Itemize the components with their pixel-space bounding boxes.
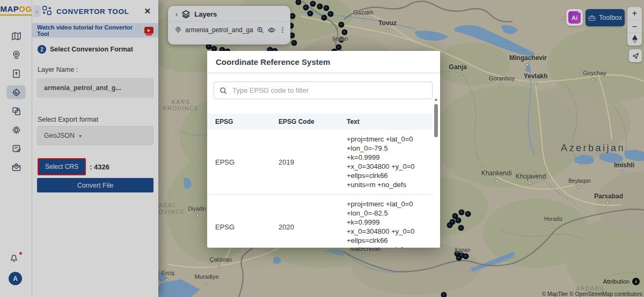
cell-epsg-code: 2019 [279,135,347,189]
epsg-search-input[interactable]: Type EPSG code to filter [214,81,433,99]
crs-modal: Coordinate Reference System Type EPSG co… [207,51,440,248]
scroll-up-arrow-icon[interactable]: ▲ [434,97,438,102]
search-icon [219,87,227,94]
modal-title: Coordinate Reference System [207,51,440,73]
crs-table: EPSG EPSG Code Text EPSG2019+proj=tmerc … [207,114,433,248]
mapog-app: GazakhTovuzIjevanMingachevirGanjaGoranbo… [0,0,644,297]
column-header-epsg: EPSG [207,118,279,125]
cell-epsg: EPSG [207,199,279,248]
modal-scrollbar[interactable]: ▲ ▼ [434,97,438,248]
column-header-text: Text [347,118,433,125]
cell-epsg-code: 2020 [279,199,347,248]
cell-proj-text: +proj=tmerc +lat_0=0 +lon_0=-82.5 +k=0.9… [347,199,433,248]
cell-proj-text: +proj=tmerc +lat_0=0 +lon_0=-79.5 +k=0.9… [347,135,433,189]
crs-table-row[interactable]: EPSG2020+proj=tmerc +lat_0=0 +lon_0=-82.… [207,195,433,248]
search-placeholder: Type EPSG code to filter [232,86,309,94]
column-header-epsg-code: EPSG Code [279,118,347,125]
scrollbar-thumb[interactable] [434,104,438,137]
cell-epsg: EPSG [207,135,279,189]
crs-table-row[interactable]: EPSG2019+proj=tmerc +lat_0=0 +lon_0=-79.… [207,130,433,195]
